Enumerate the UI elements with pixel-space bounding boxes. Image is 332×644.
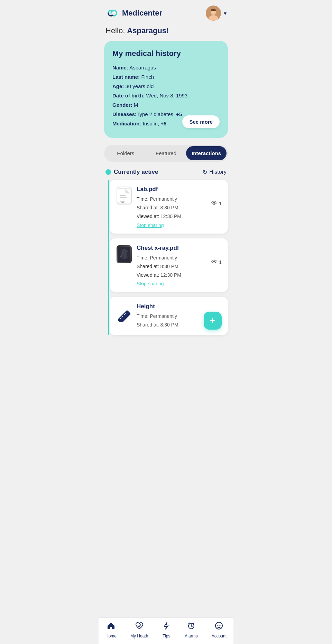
medical-history-card: My medical history Name: Asparragus Last… bbox=[104, 41, 228, 138]
active-items: PDF Lab.pdf Time: Permanently Shared at:… bbox=[99, 180, 233, 335]
svg-line-13 bbox=[124, 250, 125, 259]
height-name: Height bbox=[137, 303, 222, 310]
plus-icon: + bbox=[210, 316, 215, 325]
diseases-label: Diseases: bbox=[112, 111, 137, 117]
eye-icon: 👁 bbox=[211, 200, 218, 207]
file-card-height: Height Time: Permanently Shared at: 8:30… bbox=[110, 297, 228, 335]
header: Medicenter ▾ bbox=[99, 0, 233, 23]
age-value: 30 years old bbox=[126, 83, 154, 89]
stop-sharing-lab[interactable]: Stop sharing bbox=[137, 222, 164, 228]
lastname-label: Last name: bbox=[112, 74, 140, 80]
history-icon: ↻ bbox=[203, 169, 207, 176]
pdf-icon: PDF bbox=[117, 187, 132, 205]
greeting: Hello, Asparagus! bbox=[99, 23, 233, 41]
file-views-lab: 👁 1 bbox=[211, 200, 222, 207]
file-card-xray: Chest x-ray.pdf Time: Permanently Shared… bbox=[110, 238, 228, 292]
age-label: Age: bbox=[112, 83, 124, 89]
logo-icon bbox=[105, 8, 119, 18]
dob-label: Date of birth: bbox=[112, 93, 145, 98]
avatar[interactable] bbox=[206, 6, 221, 21]
file-info-xray: Chest x-ray.pdf Time: Permanently Shared… bbox=[137, 245, 206, 287]
gender-value: M bbox=[134, 102, 138, 108]
medication-extra: +5 bbox=[160, 121, 166, 126]
tabs: Folders Featured Interactions bbox=[104, 145, 228, 162]
eye-icon-xray: 👁 bbox=[211, 258, 218, 266]
svg-line-14 bbox=[125, 250, 126, 258]
see-more-button[interactable]: See more bbox=[182, 115, 220, 128]
tab-interactions[interactable]: Interactions bbox=[186, 146, 227, 160]
svg-rect-16 bbox=[117, 310, 131, 322]
svg-rect-8 bbox=[118, 247, 130, 262]
file-name-lab: Lab.pdf bbox=[137, 186, 206, 193]
file-views-xray: 👁 1 bbox=[211, 258, 222, 266]
medication-value: Insulin, bbox=[143, 121, 159, 126]
logo: Medicenter bbox=[105, 8, 162, 18]
avatar-image bbox=[206, 6, 221, 21]
svg-rect-5 bbox=[120, 197, 127, 198]
medication-label: Medication: bbox=[112, 121, 141, 126]
greeting-prefix: Hello, bbox=[105, 26, 127, 35]
file-name-xray: Chest x-ray.pdf bbox=[137, 245, 206, 252]
history-label: History bbox=[209, 169, 227, 175]
name-label: Name: bbox=[112, 65, 128, 70]
svg-text:PDF: PDF bbox=[120, 200, 125, 203]
diseases-value: Type 2 diabetes, bbox=[137, 111, 175, 117]
section-header: Currently active ↻ History bbox=[99, 169, 233, 180]
header-right: ▾ bbox=[206, 6, 227, 21]
file-meta-xray: Time: Permanently Shared at: 8:30 PM Vie… bbox=[137, 254, 206, 280]
gender-label: Gender: bbox=[112, 102, 132, 108]
svg-line-12 bbox=[123, 250, 123, 259]
diseases-extra: +5 bbox=[176, 111, 182, 117]
ruler-icon bbox=[117, 304, 132, 322]
chevron-down-icon[interactable]: ▾ bbox=[224, 10, 227, 17]
currently-active-text: Currently active bbox=[114, 169, 158, 176]
name-value: Asparragus bbox=[129, 65, 156, 70]
file-card-lab: PDF Lab.pdf Time: Permanently Shared at:… bbox=[110, 180, 228, 234]
dob-value: Wed, Nov 8, 1993 bbox=[146, 93, 188, 98]
add-button[interactable]: + bbox=[204, 312, 222, 330]
tab-featured[interactable]: Featured bbox=[146, 146, 186, 160]
file-info-lab: Lab.pdf Time: Permanently Shared at: 8:3… bbox=[137, 186, 206, 228]
svg-rect-6 bbox=[120, 199, 125, 199]
xray-icon bbox=[117, 245, 132, 263]
stop-sharing-xray[interactable]: Stop sharing bbox=[137, 281, 164, 286]
medical-card-title: My medical history bbox=[112, 49, 220, 58]
svg-rect-4 bbox=[120, 195, 126, 196]
history-button[interactable]: ↻ History bbox=[203, 169, 227, 176]
greeting-name: Asparagus! bbox=[127, 26, 169, 35]
lastname-value: Finch bbox=[141, 74, 154, 80]
ruler-icon-container bbox=[117, 304, 132, 322]
active-label: Currently active bbox=[105, 169, 158, 176]
active-line bbox=[108, 180, 109, 335]
tab-folders[interactable]: Folders bbox=[105, 146, 146, 160]
view-count-lab: 1 bbox=[219, 200, 222, 206]
view-count-xray: 1 bbox=[219, 259, 222, 265]
green-dot-icon bbox=[105, 169, 111, 175]
app-name: Medicenter bbox=[122, 9, 162, 18]
file-meta-lab: Time: Permanently Shared at: 8:30 PM Vie… bbox=[137, 195, 206, 221]
